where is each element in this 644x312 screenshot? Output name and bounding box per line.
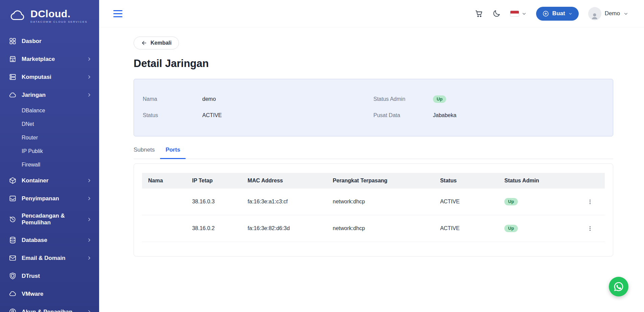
vmware-cloud-icon — [9, 290, 17, 298]
chevron-right-icon — [87, 196, 92, 201]
cell-ip: 38.16.0.2 — [186, 215, 242, 242]
sidebar-subitem-router[interactable]: Router — [0, 131, 99, 144]
chevron-right-icon — [87, 92, 92, 97]
chevron-right-icon — [87, 238, 92, 243]
sidebar-item-komputasi[interactable]: Komputasi — [0, 68, 99, 86]
jaringan-submenu: DBalance DNet Router IP Publik Firewall — [0, 104, 99, 172]
sidebar-item-kontainer[interactable]: Kontainer — [0, 172, 99, 190]
storage-icon — [9, 195, 17, 202]
field-status: Status ACTIVE — [143, 112, 373, 118]
sidebar-item-marketplace[interactable]: Marketplace — [0, 50, 99, 68]
field-label: Nama — [143, 96, 202, 102]
row-actions-button[interactable] — [585, 197, 595, 206]
sidebar-item-label: Dasbor — [22, 38, 92, 45]
chevron-right-icon — [87, 309, 92, 312]
field-label: Status Admin — [373, 96, 433, 102]
ports-table: Nama IP Tetap MAC Address Perangkat Terp… — [142, 173, 605, 242]
sidebar-item-database[interactable]: Database — [0, 231, 99, 249]
marketplace-icon — [9, 55, 17, 63]
language-selector[interactable] — [510, 10, 527, 17]
column-header-status-admin: Status Admin — [498, 173, 579, 188]
person-icon — [590, 12, 599, 20]
cart-button[interactable] — [475, 9, 483, 18]
topbar: Buat Demo — [99, 0, 644, 27]
detail-tabs: Subnets Ports — [134, 147, 613, 159]
sidebar-item-vmware[interactable]: VMware — [0, 285, 99, 303]
cell-status: ACTIVE — [434, 215, 498, 242]
account-icon — [9, 308, 17, 312]
database-icon — [9, 236, 17, 244]
create-button-label: Buat — [552, 10, 565, 17]
field-status-admin: Status Admin Up — [373, 95, 604, 103]
column-header-status: Status — [434, 173, 498, 188]
back-button[interactable]: Kembali — [134, 37, 179, 49]
whatsapp-button[interactable] — [609, 277, 628, 296]
user-menu[interactable]: Demo — [588, 7, 628, 20]
sidebar-item-label: Pencadangan & Pemulihan — [22, 213, 82, 226]
sidebar-item-email-domain[interactable]: Email & Domain — [0, 249, 99, 267]
field-nama: Nama demo — [143, 95, 373, 103]
network-summary-card: Nama demo Status Admin Up Status ACTIVE … — [134, 79, 613, 136]
shield-icon — [9, 272, 17, 280]
field-label: Pusat Data — [373, 112, 433, 118]
row-actions-button[interactable] — [585, 224, 595, 233]
status-admin-badge: Up — [504, 225, 518, 232]
column-header-nama: Nama — [142, 173, 186, 188]
sidebar-subitem-dbalance[interactable]: DBalance — [0, 104, 99, 117]
sidebar-item-dtrust[interactable]: DTrust — [0, 267, 99, 285]
sidebar-item-dasbor[interactable]: Dasbor — [0, 32, 99, 50]
sidebar-item-label: Jaringan — [22, 92, 82, 98]
backup-restore-icon — [9, 216, 17, 223]
sidebar-subitem-ip-publik[interactable]: IP Publik — [0, 144, 99, 158]
cell-nama — [142, 215, 186, 242]
sidebar-item-akun-penagihan[interactable]: Akun & Penagihan — [0, 303, 99, 312]
table-row: 38.16.0.2 fa:16:3e:82:d6:3d network:dhcp… — [142, 215, 605, 242]
sidebar-subitem-firewall[interactable]: Firewall — [0, 158, 99, 172]
sidebar-item-jaringan[interactable]: Jaringan — [0, 86, 99, 104]
kebab-menu-icon — [587, 225, 593, 232]
network-cloud-icon — [9, 91, 17, 99]
sidebar-subitem-dnet[interactable]: DNet — [0, 117, 99, 131]
dark-mode-button[interactable] — [492, 9, 501, 18]
field-value: ACTIVE — [202, 112, 373, 118]
brand-tagline: DATACOMM CLOUD SERVICES — [30, 20, 88, 23]
sidebar-item-pencadangan[interactable]: Pencadangan & Pemulihan — [0, 207, 99, 231]
table-row: 38.16.0.3 fa:16:3e:a1:c3:cf network:dhcp… — [142, 188, 605, 215]
cell-device: network:dhcp — [327, 215, 434, 242]
chevron-right-icon — [87, 217, 92, 222]
tab-subnets[interactable]: Subnets — [134, 147, 160, 159]
chevron-right-icon — [87, 57, 92, 62]
sidebar-item-penyimpanan[interactable]: Penyimpanan — [0, 190, 99, 207]
sidebar: DCloud. DATACOMM CLOUD SERVICES Dasbor M… — [0, 0, 99, 312]
column-header-mac: MAC Address — [242, 173, 327, 188]
sidebar-item-label: VMware — [22, 291, 92, 297]
field-pusat-data: Pusat Data Jababeka — [373, 112, 604, 118]
sidebar-item-label: Penyimpanan — [22, 195, 82, 202]
sidebar-subitem-label: IP Publik — [22, 148, 43, 154]
sidebar-item-label: Marketplace — [22, 56, 82, 63]
mail-icon — [9, 254, 17, 262]
tab-ports[interactable]: Ports — [160, 147, 185, 159]
cell-nama — [142, 188, 186, 215]
hamburger-menu-icon[interactable] — [113, 10, 122, 17]
plus-circle-icon — [542, 10, 549, 17]
content: Kembali Detail Jaringan Nama demo Status… — [99, 27, 613, 257]
arrow-left-icon — [141, 40, 147, 46]
chevron-right-icon — [87, 178, 92, 183]
column-header-ip: IP Tetap — [186, 173, 242, 188]
kebab-menu-icon — [587, 199, 593, 205]
cell-mac: fa:16:3e:82:d6:3d — [242, 215, 327, 242]
chevron-down-icon — [568, 12, 573, 16]
sidebar-subitem-label: Firewall — [22, 162, 40, 168]
cart-icon — [475, 9, 483, 18]
page-title: Detail Jaringan — [134, 58, 613, 70]
field-label: Status — [143, 112, 202, 118]
status-admin-badge: Up — [433, 95, 446, 103]
sidebar-item-label: Email & Domain — [22, 255, 82, 262]
create-button[interactable]: Buat — [536, 7, 579, 21]
dcloud-logo-icon — [9, 10, 26, 22]
cell-mac: fa:16:3e:a1:c3:cf — [242, 188, 327, 215]
sidebar-item-label: Komputasi — [22, 74, 82, 81]
brand-logo: DCloud. DATACOMM CLOUD SERVICES — [0, 0, 99, 32]
sidebar-nav: Dasbor Marketplace Komputasi Jaringan — [0, 32, 99, 312]
